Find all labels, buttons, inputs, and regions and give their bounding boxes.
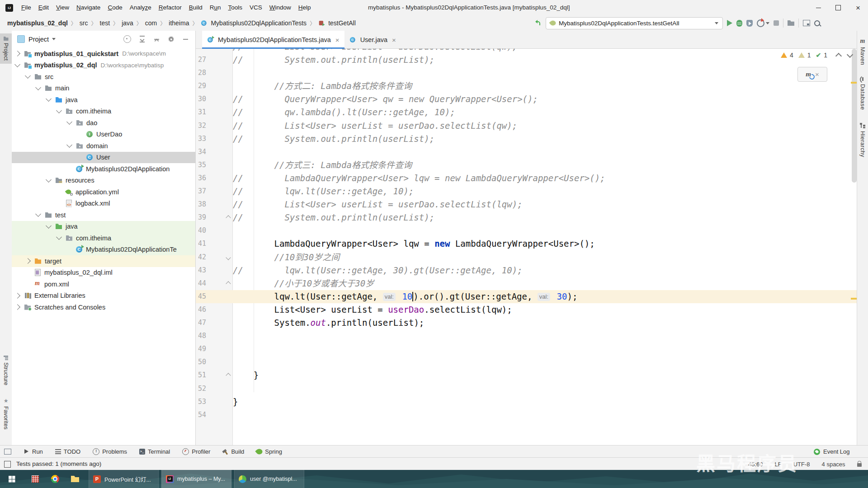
menu-edit[interactable]: Edit — [35, 0, 52, 15]
code-line[interactable]: 41 LambdaQueryWrapper<User> lqw = new La… — [196, 237, 857, 250]
debug-button[interactable] — [736, 20, 742, 27]
code-line[interactable]: 31// qw.lambda().lt(User::getAge, 10); — [196, 106, 857, 119]
tree-item[interactable]: resources — [12, 175, 195, 187]
hide-windows-button[interactable] — [803, 20, 810, 26]
code-line[interactable]: 26// List<User> userList = userDao.selec… — [196, 49, 857, 53]
fold-marker-icon[interactable] — [226, 255, 231, 260]
project-panel-title[interactable]: Project — [28, 36, 49, 43]
tool-window-tab-maven[interactable]: mMaven — [857, 38, 868, 65]
chevron-collapsed-icon[interactable] — [25, 258, 31, 264]
code-line[interactable]: 35 //方式三: Lambda格式按条件查询 — [196, 159, 857, 172]
navigate-back-icon[interactable] — [534, 19, 542, 27]
pinned-app-button[interactable] — [25, 470, 45, 488]
code-line[interactable]: 39// System.out.println(userList); — [196, 211, 857, 224]
taskbar-button[interactable]: PPowerPoint 幻灯... — [89, 470, 159, 488]
taskbar-button[interactable]: user @mybatispl... — [234, 470, 304, 488]
tab-close-icon[interactable]: × — [392, 36, 396, 44]
code-line[interactable]: 53} — [196, 395, 857, 408]
code-line[interactable]: 52 — [196, 382, 857, 395]
menu-build[interactable]: Build — [185, 0, 206, 15]
breadcrumb-item[interactable]: test — [100, 19, 110, 27]
tool-window-tab-favorites[interactable]: ★ Favorites — [0, 394, 12, 432]
fold-marker-icon[interactable] — [226, 373, 231, 378]
warning-stripe-mark[interactable] — [851, 82, 857, 84]
minimize-button[interactable] — [808, 0, 828, 15]
menu-vcs[interactable]: VCS — [246, 0, 266, 15]
close-icon[interactable]: × — [815, 70, 819, 78]
chevron-expanded-icon[interactable] — [46, 177, 52, 183]
breadcrumb-item[interactable]: itheima — [169, 19, 189, 27]
tab-close-icon[interactable]: × — [335, 36, 340, 44]
tree-item[interactable]: com.itheima — [12, 232, 195, 244]
breadcrumb-item[interactable]: Mybatisplus02DqlApplicationTests — [201, 19, 307, 27]
tool-window-tab-project[interactable]: Project — [0, 33, 12, 64]
close-button[interactable]: × — [848, 0, 868, 15]
tool-window-button-profiler[interactable]: Profiler — [182, 448, 210, 455]
lock-icon[interactable] — [857, 463, 862, 467]
code-line[interactable]: 46 List<User> userList = userDao.selectL… — [196, 303, 857, 316]
tree-item[interactable]: src — [12, 71, 195, 83]
code-line[interactable]: 34 — [196, 145, 857, 159]
code-line[interactable]: 47 System.out.println(userList); — [196, 316, 857, 329]
tree-item[interactable]: Mybatisplus02DqlApplication — [12, 163, 195, 175]
file-encoding[interactable]: UTF-8 — [793, 461, 810, 468]
tool-window-button-terminal[interactable]: Terminal — [139, 448, 170, 455]
collapse-all-button[interactable] — [153, 36, 160, 42]
tool-window-tab-structure[interactable]: Structure — [0, 352, 12, 389]
taskbar-button[interactable]: mybatisplus – My... — [161, 470, 231, 488]
locate-file-button[interactable] — [123, 35, 131, 43]
menu-tools[interactable]: Tools — [225, 0, 246, 15]
code-editor[interactable]: 26// List<User> userList = userDao.selec… — [196, 49, 857, 445]
tree-item[interactable]: java — [12, 94, 195, 106]
chevron-down-icon[interactable] — [52, 38, 56, 40]
code-line[interactable]: 50 — [196, 356, 857, 369]
chevron-expanded-icon[interactable] — [25, 73, 31, 79]
tree-item[interactable]: mybatisplus_02_dql.iml — [12, 267, 195, 279]
code-line[interactable]: 29 //方式二: Lambda格式按条件查询 — [196, 80, 857, 93]
tool-window-button-problems[interactable]: Problems — [93, 448, 127, 455]
tree-item[interactable]: java — [12, 221, 195, 233]
code-line[interactable]: 27// System.out.println(userList); — [196, 53, 857, 66]
profiler-chevron-icon[interactable] — [766, 22, 769, 24]
start-button[interactable] — [0, 470, 24, 488]
tree-item[interactable]: domain — [12, 140, 195, 152]
code-line[interactable]: 51 } — [196, 369, 857, 382]
code-line[interactable]: 49 — [196, 343, 857, 356]
tree-item[interactable]: test — [12, 209, 195, 221]
breadcrumb-item[interactable]: java — [122, 19, 133, 27]
code-line[interactable]: 44 //小于10岁或者大于30岁 — [196, 277, 857, 290]
chevron-expanded-icon[interactable] — [66, 142, 72, 148]
editor-tab[interactable]: User.java× — [344, 31, 401, 49]
menu-refactor[interactable]: Refactor — [155, 0, 185, 15]
menu-view[interactable]: View — [52, 0, 73, 15]
settings-gear-button[interactable] — [169, 37, 174, 42]
previous-problem-button[interactable] — [835, 53, 842, 59]
chrome-button[interactable] — [45, 470, 65, 488]
tree-item[interactable]: UserDao — [12, 129, 195, 141]
inspection-widget[interactable]: 4 1 ✔ 1 — [781, 52, 852, 59]
tool-window-button-build[interactable]: Build — [222, 448, 244, 455]
search-everywhere-button[interactable] — [814, 20, 820, 26]
next-problem-button[interactable] — [847, 52, 853, 58]
code-line[interactable]: 36// LambdaQueryWrapper<User> lqw = new … — [196, 172, 857, 185]
file-explorer-button[interactable] — [65, 470, 85, 488]
chevron-expanded-icon[interactable] — [35, 211, 41, 217]
editor-tab[interactable]: Mybatisplus02DqlApplicationTests.java× — [202, 31, 344, 49]
menu-window[interactable]: Window — [266, 0, 295, 15]
chevron-expanded-icon[interactable] — [56, 108, 62, 113]
tree-item[interactable]: logback.xml — [12, 198, 195, 210]
tree-item[interactable]: Mybatisplus02DqlApplicationTe — [12, 244, 195, 256]
status-icon[interactable] — [4, 461, 11, 468]
menu-file[interactable]: File — [18, 0, 35, 15]
expand-all-button[interactable] — [139, 36, 146, 42]
menu-help[interactable]: Help — [295, 0, 315, 15]
caret-position[interactable]: 45:60 — [748, 461, 763, 468]
code-line[interactable]: 32// List<User> userList = userDao.selec… — [196, 119, 857, 132]
code-line[interactable]: 54 — [196, 408, 857, 422]
tree-item[interactable]: com.itheima — [12, 106, 195, 117]
code-line[interactable]: 45 lqw.lt(User::getAge, val: 10).or().gt… — [196, 290, 857, 303]
code-line[interactable]: 33// System.out.println(userList); — [196, 132, 857, 145]
chevron-expanded-icon[interactable] — [56, 234, 62, 240]
code-line[interactable]: 37// lqw.lt(User::getAge, 10); — [196, 185, 857, 198]
tree-item[interactable]: main — [12, 83, 195, 94]
